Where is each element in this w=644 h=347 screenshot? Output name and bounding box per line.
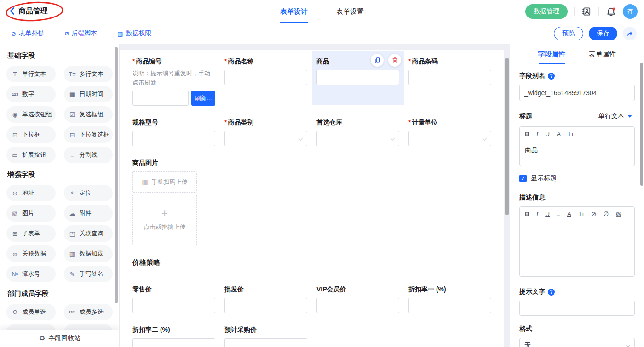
back-icon[interactable] — [8, 7, 17, 16]
field-type-item[interactable]: ⊟下拉复选框 — [64, 126, 113, 143]
field-type-item[interactable]: T单行文本 — [6, 66, 56, 82]
field-input[interactable] — [132, 91, 189, 106]
title-editor-content[interactable]: 商品 — [520, 142, 634, 166]
form-designer-app: { "header": { "title": "商品管理", "tabs": [… — [0, 0, 644, 347]
field-recycle-bin[interactable]: ♻ 字段回收站 — [0, 330, 120, 347]
form-field[interactable]: 商品 — [312, 51, 404, 105]
field-type-item[interactable]: ∞关联数据 — [6, 245, 56, 262]
toolbar-link[interactable]: ▥数据权限 — [117, 29, 151, 38]
data-manage-button[interactable]: 数据管理 — [525, 4, 568, 19]
field-type-value: 单行文本 — [598, 112, 624, 120]
font-color-icon[interactable]: A — [557, 131, 561, 138]
field-input[interactable] — [224, 338, 307, 347]
field-type-item[interactable]: ▧图片 — [6, 205, 56, 222]
field-input[interactable] — [132, 338, 215, 347]
chevron-down-icon — [483, 136, 487, 141]
format-value: 无 — [524, 341, 531, 347]
canvas-scrollbar[interactable] — [505, 58, 509, 215]
italic-icon[interactable]: I — [536, 210, 539, 218]
toolbar-link[interactable]: ⊘表单外链 — [11, 29, 45, 38]
field-input[interactable] — [224, 298, 307, 313]
share-button[interactable] — [623, 27, 637, 40]
notification-bell-icon[interactable] — [605, 6, 616, 17]
location-icon: ⌖ — [69, 189, 76, 197]
field-type-item[interactable]: ⊡下拉框 — [6, 126, 56, 143]
field-type-select[interactable]: 单行文本 — [596, 110, 635, 122]
italic-icon[interactable]: I — [536, 131, 539, 138]
contact-book-icon[interactable] — [581, 6, 592, 17]
underline-icon[interactable]: U — [545, 131, 550, 138]
field-type-item[interactable]: ⌖定位 — [64, 185, 113, 201]
bold-icon[interactable]: B — [525, 210, 529, 218]
field-type-item[interactable]: ⊞子表单 — [6, 225, 56, 242]
copy-field-button[interactable] — [371, 54, 384, 67]
font-size-icon[interactable]: Tт — [568, 131, 574, 138]
title-edit-underline — [18, 20, 62, 20]
format-select[interactable]: 无 — [519, 338, 635, 347]
field-type-item[interactable]: Ω成员单选 — [6, 304, 56, 320]
tab-form-settings[interactable]: 表单设置 — [336, 0, 364, 23]
field-type-item[interactable]: ▦日期时间 — [64, 86, 113, 102]
bold-icon[interactable]: B — [525, 131, 529, 138]
panel-scrollbar[interactable] — [640, 63, 643, 186]
field-type-item[interactable]: T≡多行文本 — [64, 66, 113, 82]
field-type-label: 复选框组 — [80, 110, 104, 119]
field-type-item[interactable]: ▥数据加载 — [64, 245, 113, 262]
field-type-item[interactable]: 123数字 — [6, 86, 56, 102]
required-asterisk: * — [408, 119, 411, 126]
field-input[interactable] — [132, 298, 215, 313]
field-input[interactable] — [224, 70, 307, 85]
link2-icon[interactable]: ⊘ — [591, 210, 596, 218]
field-input[interactable] — [132, 131, 215, 146]
field-type-item[interactable]: ΩΩ成员多选 — [64, 304, 113, 320]
sidebar-scrollbar[interactable] — [115, 47, 118, 303]
unlink-icon[interactable]: ∅ — [604, 210, 609, 218]
field-type-item[interactable]: ◰关联查询 — [64, 225, 113, 242]
extend-button-icon: ▭ — [11, 152, 19, 159]
field-type-item[interactable]: ☁附件 — [64, 205, 113, 222]
help-icon[interactable]: ? — [548, 73, 555, 80]
show-title-checkbox[interactable]: ✓ — [519, 175, 527, 182]
delete-field-button[interactable] — [388, 54, 401, 67]
toolbar-link-label: 后端脚本 — [71, 29, 97, 38]
field-type-item[interactable]: ✎手写签名 — [64, 266, 113, 282]
field-label: 首选仓库 — [316, 118, 399, 127]
field-type-item[interactable]: ⊙地址 — [6, 185, 56, 201]
field-type-item[interactable]: ≡分割线 — [64, 147, 113, 163]
field-type-item[interactable]: ◉单选按钮组 — [6, 106, 56, 123]
page-title[interactable]: 商品管理 — [18, 6, 48, 16]
font-color-icon[interactable]: A — [567, 210, 571, 218]
description-editor-content[interactable] — [520, 222, 634, 276]
description-editor: BIU≡ATт⊘∅▧ — [519, 206, 635, 277]
underline-icon[interactable]: U — [545, 210, 550, 218]
tab-form-design[interactable]: 表单设计 — [280, 0, 308, 23]
hint-input[interactable] — [519, 301, 635, 316]
field-input[interactable] — [316, 298, 399, 313]
field-input[interactable] — [408, 70, 491, 85]
font-size-icon[interactable]: Tт — [578, 210, 584, 218]
scan-upload-button[interactable]: ▦手机扫码上传 — [132, 171, 197, 193]
toolbar-link[interactable]: ⧄后端脚本 — [65, 29, 97, 38]
image2-icon[interactable]: ▧ — [615, 210, 621, 218]
field-input[interactable] — [316, 70, 399, 85]
field-select[interactable] — [408, 131, 491, 146]
field-type-item[interactable]: ▭扩展按钮 — [6, 147, 56, 163]
field-select[interactable] — [316, 131, 399, 146]
plus-icon: + — [161, 208, 168, 218]
refresh-button[interactable]: 刷新... — [191, 91, 215, 106]
tab-field-properties[interactable]: 字段属性 — [538, 44, 566, 64]
field-input[interactable] — [408, 298, 491, 313]
multi-select-icon: ⊟ — [69, 131, 76, 138]
field-type-item[interactable]: №流水号 — [6, 266, 56, 282]
drop-upload-button[interactable]: +点击或拖拽上传 — [132, 194, 197, 245]
preview-button[interactable]: 预览 — [554, 27, 583, 40]
align-icon[interactable]: ≡ — [557, 210, 560, 218]
save-button[interactable]: 保存 — [589, 27, 617, 40]
field-select[interactable] — [224, 131, 307, 146]
field-type-item[interactable]: ☑复选框组 — [64, 106, 113, 123]
alias-input[interactable]: _widget_1661485917304 — [519, 85, 635, 101]
help-icon[interactable]: ? — [548, 289, 555, 296]
field-type-label: 定位 — [80, 189, 92, 197]
user-avatar[interactable]: 存 — [623, 4, 638, 19]
tab-form-properties[interactable]: 表单属性 — [589, 44, 616, 64]
